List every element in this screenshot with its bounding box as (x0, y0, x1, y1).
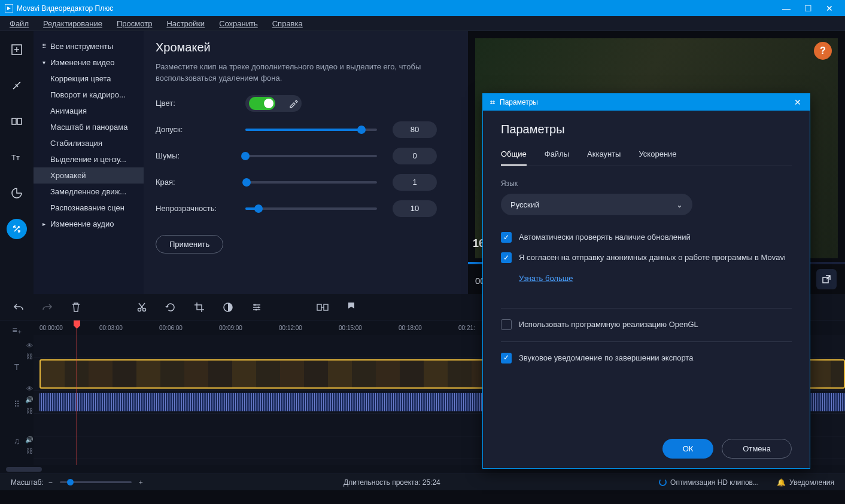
menu-save[interactable]: Сохранить (219, 19, 258, 28)
clip-properties-icon[interactable] (250, 301, 263, 314)
opacity-label: Непрозрачность: (156, 204, 245, 213)
opacity-slider[interactable] (245, 207, 377, 210)
menu-view[interactable]: Просмотр (117, 19, 152, 28)
language-select[interactable]: Русский ⌄ (501, 194, 692, 215)
svg-point-2 (19, 82, 20, 83)
zoom-out-icon[interactable]: − (48, 478, 53, 487)
sidebar-item-animation[interactable]: Анимация (34, 103, 144, 119)
visibility-icon[interactable]: 👁 (26, 342, 33, 349)
check-updates-checkbox[interactable]: ✓ (501, 232, 512, 243)
dialog-close-button[interactable]: ✕ (792, 97, 804, 107)
crop-icon[interactable] (193, 301, 206, 314)
dialog-buttons: ОК Отмена (483, 429, 810, 468)
svg-point-13 (256, 308, 257, 310)
audio-icon[interactable]: 🔊 (25, 436, 34, 444)
more-tools-icon[interactable] (7, 219, 27, 239)
cut-icon[interactable] (135, 301, 148, 314)
link-icon[interactable]: ⛓ (26, 447, 33, 454)
app-logo-icon (5, 4, 13, 13)
sidebar-item-panzoom[interactable]: Масштаб и панорама (34, 119, 144, 135)
sidebar-item-slowmo[interactable]: Замедленное движ... (34, 184, 144, 200)
ruler-tick: 00:09:00 (219, 325, 242, 331)
playhead[interactable] (77, 320, 77, 465)
menu-help[interactable]: Справка (272, 19, 303, 28)
stickers-icon[interactable] (7, 183, 27, 203)
check-anon-checkbox[interactable]: ✓ (501, 252, 512, 263)
marker-icon[interactable] (345, 301, 358, 314)
dialog-titlebar[interactable]: Параметры ✕ (483, 94, 810, 111)
sidebar-item-color[interactable]: Коррекция цвета (34, 71, 144, 87)
menu-file[interactable]: Файл (10, 19, 29, 28)
chevron-right-icon: ▸ (39, 221, 48, 227)
check-sound-checkbox[interactable]: ✓ (501, 353, 512, 364)
edges-value[interactable]: 1 (393, 174, 437, 191)
svg-point-12 (258, 306, 260, 308)
cancel-button[interactable]: Отмена (722, 439, 792, 459)
group-video-edit[interactable]: ▾Изменение видео (34, 54, 144, 71)
tolerance-value[interactable]: 80 (393, 121, 437, 138)
help-button[interactable]: ? (814, 42, 832, 60)
video-track-icon[interactable]: ⠿ (14, 399, 20, 409)
redo-icon[interactable] (41, 301, 54, 314)
audio-icon[interactable]: 🔊 (25, 396, 34, 404)
chevron-down-icon: ⌄ (676, 200, 683, 209)
sidebar-item-chromakey[interactable]: Хромакей (34, 167, 144, 184)
noise-value[interactable]: 0 (393, 148, 437, 164)
audio-track-icon[interactable]: ♫ (14, 436, 20, 446)
visibility-icon[interactable]: 👁 (26, 385, 33, 392)
sidebar-item-stabilize[interactable]: Стабилизация (34, 135, 144, 151)
window-close-button[interactable]: ✕ (819, 0, 840, 16)
link-icon[interactable]: ⛓ (26, 407, 33, 414)
menu-edit[interactable]: Редактирование (43, 19, 102, 28)
sidebar-item-scenes[interactable]: Распознавание сцен (34, 200, 144, 216)
tab-files[interactable]: Файлы (545, 149, 569, 166)
svg-rect-5 (17, 118, 22, 124)
tab-accounts[interactable]: Аккаунты (587, 149, 621, 166)
transition-wizard-icon[interactable] (316, 301, 329, 314)
sidebar-item-highlight[interactable]: Выделение и цензу... (34, 151, 144, 167)
svg-point-3 (13, 88, 14, 89)
group-all-tools[interactable]: ⠿Все инструменты (34, 38, 144, 54)
text-track-icon[interactable]: T (14, 362, 20, 372)
color-adjust-icon[interactable] (221, 301, 235, 314)
dialog-title: Параметры (500, 98, 538, 106)
spinner-icon (659, 478, 667, 486)
titles-icon[interactable]: Tт (7, 147, 27, 167)
ok-button[interactable]: ОК (662, 439, 714, 459)
undo-icon[interactable] (12, 301, 25, 314)
tab-general[interactable]: Общие (501, 149, 527, 166)
check-sound-label: Звуковое уведомление по завершении экспо… (519, 353, 693, 364)
window-maximize-button[interactable]: ☐ (797, 0, 819, 16)
check-opengl-checkbox[interactable] (501, 319, 512, 330)
ruler-tick: 00:18:00 (399, 325, 422, 331)
apply-button[interactable]: Применить (156, 235, 223, 253)
filters-icon[interactable] (7, 75, 27, 96)
color-toggle[interactable] (249, 97, 275, 110)
tab-acceleration[interactable]: Ускорение (639, 149, 676, 166)
menu-settings[interactable]: Настройки (166, 19, 205, 28)
zoom-slider[interactable] (60, 481, 132, 483)
learn-more-link[interactable]: Узнать больше (519, 274, 573, 283)
add-media-icon[interactable] (7, 39, 27, 60)
delete-icon[interactable] (69, 301, 83, 314)
edges-slider[interactable] (245, 181, 377, 184)
add-track-icon[interactable]: ≡₊ (12, 325, 21, 335)
check-opengl-row: Использовать программную реализацию Open… (501, 319, 792, 330)
eyedropper-icon[interactable] (288, 99, 298, 108)
scrollbar-thumb[interactable] (6, 467, 42, 472)
transitions-icon[interactable] (7, 111, 27, 132)
window-minimize-button[interactable]: — (776, 0, 797, 16)
sidebar-item-crop[interactable]: Поворот и кадриро... (34, 87, 144, 103)
popout-icon[interactable] (816, 269, 837, 289)
noise-slider[interactable] (245, 155, 377, 157)
link-icon[interactable]: ⛓ (26, 353, 33, 360)
optimization-status: Оптимизация HD клипов... (659, 478, 759, 487)
tolerance-slider[interactable] (245, 129, 377, 131)
zoom-in-icon[interactable]: + (139, 478, 143, 487)
opacity-value[interactable]: 10 (393, 200, 437, 217)
group-audio-edit[interactable]: ▸Изменение аудио (34, 216, 144, 232)
check-opengl-label: Использовать программную реализацию Open… (519, 319, 698, 330)
side-panel: ⠿Все инструменты ▾Изменение видео Коррек… (34, 31, 144, 294)
rotate-icon[interactable] (164, 301, 177, 314)
notifications-button[interactable]: 🔔Уведомления (777, 478, 834, 487)
